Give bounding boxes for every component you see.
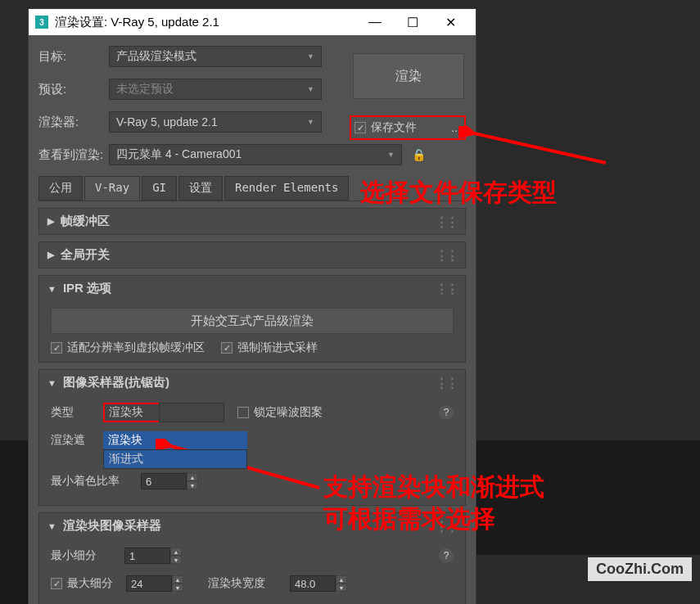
render-button[interactable]: 渲染 xyxy=(353,53,464,99)
rollout-global-switches-header[interactable]: ▶ 全局开关 ⋮⋮ xyxy=(39,242,465,268)
max-subdiv-label: 最大细分 xyxy=(67,576,126,591)
sampler-dropdown-selected[interactable]: 渲染块 xyxy=(103,431,247,449)
rollout-bucket-sampler-header[interactable]: ▼ 渲染块图像采样器 ⋮⋮ xyxy=(39,513,465,539)
view-label: 查看到渲染: xyxy=(38,147,109,163)
target-label: 目标: xyxy=(38,49,109,65)
minimize-button[interactable]: — xyxy=(356,9,394,35)
type-label: 类型 xyxy=(51,405,103,420)
save-file-checkbox[interactable] xyxy=(355,122,366,133)
window-title: 渲染设置: V-Ray 5, update 2.1 xyxy=(55,15,356,30)
tab-vray[interactable]: V-Ray xyxy=(84,176,140,201)
grip-icon: ⋮⋮ xyxy=(436,519,457,534)
rollout-frame-buffer-header[interactable]: ▶ 帧缓冲区 ⋮⋮ xyxy=(39,209,465,234)
chevron-right-icon: ▶ xyxy=(47,250,54,260)
rollout-image-sampler-header[interactable]: ▼ 图像采样器(抗锯齿) ⋮⋮ xyxy=(39,370,465,395)
renderer-label: 渲染器: xyxy=(38,115,109,130)
annotation-arrow-1 xyxy=(458,126,614,167)
sampler-type-value[interactable]: 渲染块 xyxy=(103,403,160,422)
fit-resolution-checkbox[interactable] xyxy=(51,342,62,354)
bucket-width-label: 渲染块宽度 xyxy=(208,576,290,591)
rollout-bucket-sampler: ▼ 渲染块图像采样器 ⋮⋮ 最小细分 1 ▲▼ ? 最大细分 24 xyxy=(38,512,466,604)
svg-line-0 xyxy=(471,133,606,163)
chevron-down-icon: ▼ xyxy=(47,284,56,294)
tabs: 公用 V-Ray GI 设置 Render Elements xyxy=(38,176,466,201)
grip-icon: ⋮⋮ xyxy=(436,214,457,229)
tab-settings[interactable]: 设置 xyxy=(178,176,223,201)
render-mask-label: 渲染遮 xyxy=(51,433,103,448)
start-ipr-button[interactable]: 开始交互式产品级渲染 xyxy=(51,308,454,334)
rollout-global-switches: ▶ 全局开关 ⋮⋮ xyxy=(38,241,466,268)
rollout-ipr-header[interactable]: ▼ IPR 选项 ⋮⋮ xyxy=(39,276,465,301)
max-subdiv-checkbox[interactable] xyxy=(51,578,62,589)
sampler-option-progressive[interactable]: 渐进式 xyxy=(104,450,246,468)
preset-label: 预设: xyxy=(38,82,109,97)
view-dropdown[interactable]: 四元菜单 4 - Camera001 xyxy=(109,144,402,165)
lock-noise-label: 锁定噪波图案 xyxy=(254,405,323,420)
force-progressive-checkbox[interactable] xyxy=(221,342,233,354)
tab-gi[interactable]: GI xyxy=(142,176,177,201)
render-settings-window: 3 渲染设置: V-Ray 5, update 2.1 — ☐ ✕ 目标: 产品… xyxy=(28,8,476,604)
min-shading-spinner[interactable]: 6 ▲▼ xyxy=(141,473,198,489)
fit-resolution-label: 适配分辨率到虚拟帧缓冲区 xyxy=(67,340,205,355)
min-subdiv-spinner[interactable]: 1 ▲▼ xyxy=(124,548,182,564)
save-file-label: 保存文件 xyxy=(371,120,417,135)
bucket-width-spinner[interactable]: 48.0 ▲▼ xyxy=(290,575,347,592)
lock-icon[interactable]: 🔒 xyxy=(412,148,426,161)
watermark: CooZhi.Com xyxy=(588,557,692,581)
app-icon: 3 xyxy=(35,16,48,29)
lock-noise-checkbox[interactable] xyxy=(237,407,249,418)
min-subdiv-label: 最小细分 xyxy=(51,548,124,563)
tab-render-elements[interactable]: Render Elements xyxy=(224,176,349,201)
grip-icon: ⋮⋮ xyxy=(436,376,457,390)
target-dropdown[interactable]: 产品级渲染模式 xyxy=(109,46,322,67)
save-file-browse[interactable]: ... xyxy=(451,121,461,134)
help-icon[interactable]: ? xyxy=(439,548,454,563)
sampler-dropdown-list: 渐进式 xyxy=(103,449,247,469)
rollout-ipr: ▼ IPR 选项 ⋮⋮ 开始交互式产品级渲染 适配分辨率到虚拟帧缓冲区 强制渐进… xyxy=(38,275,466,363)
grip-icon: ⋮⋮ xyxy=(436,282,457,296)
chevron-down-icon: ▼ xyxy=(47,378,56,388)
chevron-down-icon: ▼ xyxy=(47,521,56,531)
grip-icon: ⋮⋮ xyxy=(436,248,457,263)
tab-common[interactable]: 公用 xyxy=(38,176,83,201)
maximize-button[interactable]: ☐ xyxy=(394,9,431,35)
min-shading-label: 最小着色比率 xyxy=(51,474,141,489)
close-button[interactable]: ✕ xyxy=(431,9,469,35)
save-file-row: 保存文件 ... xyxy=(350,115,466,140)
renderer-dropdown[interactable]: V-Ray 5, update 2.1 xyxy=(109,111,322,133)
titlebar[interactable]: 3 渲染设置: V-Ray 5, update 2.1 — ☐ ✕ xyxy=(29,9,476,35)
rollout-frame-buffer: ▶ 帧缓冲区 ⋮⋮ xyxy=(38,208,466,235)
force-progressive-label: 强制渐进式采样 xyxy=(237,340,318,355)
help-icon[interactable]: ? xyxy=(439,405,454,420)
sampler-type-dropdown-ext[interactable] xyxy=(159,403,224,422)
max-subdiv-spinner[interactable]: 24 ▲▼ xyxy=(126,575,183,592)
chevron-right-icon: ▶ xyxy=(47,216,54,227)
rollout-image-sampler: ▼ 图像采样器(抗锯齿) ⋮⋮ 类型 渲染块 锁定噪波图案 ? 渲染遮 xyxy=(38,369,466,506)
preset-dropdown[interactable]: 未选定预设 xyxy=(109,79,322,100)
